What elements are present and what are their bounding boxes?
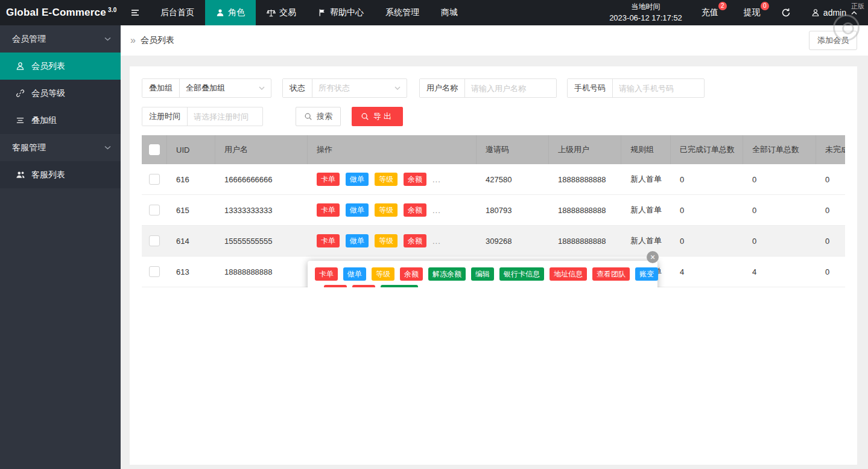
- stack-group-value: 全部叠加组: [186, 83, 225, 94]
- nav-item-dashboard[interactable]: 后台首页: [150, 0, 205, 25]
- scales-icon: [267, 8, 276, 18]
- page-title: 会员列表: [141, 35, 174, 46]
- cell-total-orders: 0: [743, 226, 816, 257]
- nav-item-roles[interactable]: 角色: [205, 0, 256, 25]
- cell-uid: 616: [167, 164, 215, 195]
- recharge-button[interactable]: 充值 2: [691, 0, 729, 25]
- sidebar-group-label: 会员管理: [12, 34, 46, 45]
- address-info-button[interactable]: 地址信息: [550, 267, 587, 281]
- status-select[interactable]: 所有状态: [312, 79, 407, 97]
- withdraw-button[interactable]: 提现 0: [729, 0, 771, 25]
- users-icon: [16, 170, 25, 180]
- sidebar-group-label: 客服管理: [12, 142, 46, 153]
- sidebar-group-service-management[interactable]: 客服管理: [0, 134, 121, 161]
- nav-item-mall[interactable]: 商城: [430, 0, 469, 25]
- row-checkbox[interactable]: [149, 266, 160, 277]
- export-button[interactable]: 导出: [352, 107, 403, 126]
- phone-input[interactable]: [613, 79, 718, 97]
- stack-group-filter: 叠加组 全部叠加组: [142, 78, 271, 98]
- row-checkbox[interactable]: [149, 174, 160, 185]
- sidebar-item-stack-group[interactable]: 叠加组: [0, 107, 121, 134]
- stack-group-label: 叠加组: [142, 79, 180, 97]
- level-button[interactable]: 等级: [375, 234, 398, 247]
- nav-item-system[interactable]: 系统管理: [375, 0, 430, 25]
- row-checkbox-cell: [142, 226, 167, 257]
- balance-button[interactable]: 余额: [404, 173, 426, 186]
- card-order-button[interactable]: 卡单: [317, 203, 340, 217]
- withdraw-badge: 0: [761, 2, 769, 10]
- status-label: 状态: [283, 79, 312, 97]
- search-button[interactable]: 搜索: [296, 107, 341, 126]
- nav-item-trade[interactable]: 交易: [256, 0, 307, 25]
- cell-parent-user: 18888888888: [549, 164, 621, 195]
- sidebar-item-member-level[interactable]: 会员等级: [0, 80, 121, 107]
- export-button-label: 导出: [373, 111, 394, 122]
- do-order-button[interactable]: 做单: [346, 203, 369, 217]
- topbar-right: 当地时间 2023-06-12 17:17:52 充值 2 提现 0 admin: [601, 0, 868, 25]
- account-change-button[interactable]: 账变: [635, 267, 658, 281]
- cell-uid: 613: [167, 257, 215, 287]
- do-order-button[interactable]: 做单: [346, 234, 369, 247]
- cell-actions: 卡单 做单 等级 余额 ...: [308, 195, 477, 226]
- more-actions-button[interactable]: ...: [432, 237, 441, 246]
- nav-item-label: 帮助中心: [330, 7, 364, 18]
- card-order-button[interactable]: 卡单: [317, 173, 340, 186]
- level-button[interactable]: 等级: [375, 203, 398, 217]
- do-order-button[interactable]: 做单: [343, 267, 366, 281]
- refresh-button[interactable]: [771, 0, 800, 25]
- balance-button[interactable]: 余额: [404, 203, 426, 217]
- select-all-checkbox[interactable]: [149, 144, 160, 155]
- row-checkbox[interactable]: [149, 205, 160, 215]
- more-actions-button[interactable]: ...: [432, 175, 441, 184]
- level-button[interactable]: 等级: [375, 173, 398, 186]
- person-icon: [16, 62, 25, 71]
- header-parent-user: 上级用户: [549, 135, 621, 164]
- balance-button[interactable]: 余额: [404, 234, 426, 247]
- popup-actions-row-1: 卡单 做单 等级 余额 解冻余额 编辑 银行卡信息 地址信息 查看团队 账变: [315, 267, 650, 281]
- cell-uncompleted-orders: 0: [816, 226, 845, 257]
- unfreeze-balance-button[interactable]: 解冻余额: [428, 267, 466, 281]
- delete-button[interactable]: 删除: [352, 285, 375, 287]
- cell-invite-code: 309268: [477, 226, 549, 257]
- level-button[interactable]: 等级: [372, 267, 394, 281]
- cell-rule-group: 新人首单: [621, 195, 671, 226]
- filter-row-1: 叠加组 全部叠加组 状态 所有状态 用户名称: [142, 78, 845, 98]
- disable-button[interactable]: 禁用: [324, 285, 347, 287]
- recharge-label: 充值: [702, 7, 718, 18]
- chevron-down-icon: [104, 37, 111, 41]
- cell-rule-group: 新人首单: [621, 226, 671, 257]
- username-filter: 用户名称: [419, 78, 557, 98]
- set-fake-user-button[interactable]: 设为假人: [381, 285, 418, 287]
- regtime-filter: 注册时间: [142, 107, 263, 126]
- close-icon[interactable]: ×: [647, 251, 659, 263]
- table-row: 616 16666666666 卡单 做单 等级 余额 ... 427580 1…: [142, 164, 845, 195]
- do-order-button[interactable]: 做单: [346, 173, 369, 186]
- menu-toggle-button[interactable]: [121, 0, 150, 25]
- card-order-button[interactable]: 卡单: [315, 267, 338, 281]
- bank-card-info-button[interactable]: 银行卡信息: [499, 267, 544, 281]
- table-row: 615 13333333333 卡单 做单 等级 余额 ... 180793 1…: [142, 195, 845, 226]
- stack-group-select[interactable]: 全部叠加组: [180, 79, 271, 97]
- sidebar-item-service-list[interactable]: 客服列表: [0, 161, 121, 188]
- edit-button[interactable]: 编辑: [471, 267, 494, 281]
- view-team-button[interactable]: 查看团队: [592, 267, 630, 281]
- username-input[interactable]: [465, 79, 571, 97]
- more-actions-button[interactable]: ...: [432, 206, 441, 215]
- cell-username: 15555555555: [215, 226, 308, 257]
- row-checkbox[interactable]: [149, 235, 160, 246]
- regtime-input[interactable]: [188, 107, 277, 126]
- balance-button[interactable]: 余额: [400, 267, 423, 281]
- sidebar-item-member-list[interactable]: 会员列表: [0, 53, 121, 80]
- cell-parent-user: 18888888888: [549, 195, 621, 226]
- header-actions: 操作: [308, 135, 477, 164]
- nav-item-help-center[interactable]: 帮助中心: [307, 0, 375, 25]
- main-content: » 会员列表 添加会员 叠加组 全部叠加组 状态 所有状态: [121, 25, 868, 469]
- username-label: 用户名称: [420, 79, 465, 97]
- table-header-row: UID 用户名 操作 邀请码 上级用户 规则组 已完成订单总数 全部订单总数 未…: [142, 135, 845, 164]
- sidebar-group-member-management[interactable]: 会员管理: [0, 25, 121, 53]
- card-order-button[interactable]: 卡单: [317, 234, 340, 247]
- header-total-orders: 全部订单总数: [743, 135, 816, 164]
- top-nav: 后台首页 角色 交易 帮助中心 系统管理 商城: [121, 0, 469, 25]
- cell-actions: 卡单 做单 等级 余额 ...: [308, 164, 477, 195]
- sidebar-item-label: 会员等级: [31, 88, 65, 99]
